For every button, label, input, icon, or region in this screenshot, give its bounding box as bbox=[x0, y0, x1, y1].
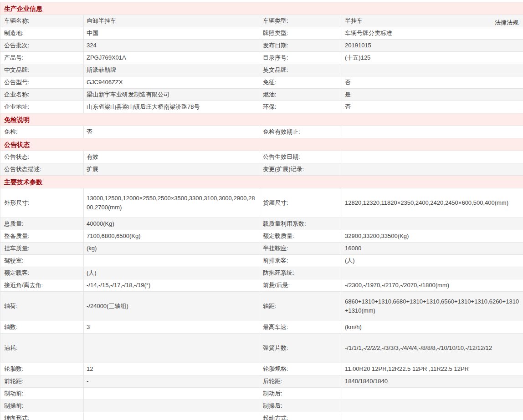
field-value bbox=[342, 64, 523, 76]
field-value: 32900,33200,33500(Kg) bbox=[342, 230, 523, 243]
field-label: 目录序号: bbox=[259, 52, 342, 64]
field-label: 弹簧片数: bbox=[259, 334, 342, 363]
field-label: 发布日期: bbox=[259, 40, 342, 52]
field-value: -/24000(三轴组) bbox=[84, 292, 259, 321]
field-label: 轮胎规格: bbox=[259, 363, 342, 375]
field-label: 制操后: bbox=[259, 400, 342, 412]
field-label: 前轮距: bbox=[0, 375, 84, 388]
field-label: 公告型号: bbox=[0, 76, 84, 89]
field-label: 公告生效日期: bbox=[259, 151, 342, 163]
section-header-row: 免检说明 bbox=[0, 113, 523, 126]
field-label: 油耗: bbox=[0, 334, 84, 363]
field-value: (人) bbox=[342, 255, 523, 267]
field-value: 中国 bbox=[84, 27, 259, 40]
field-value bbox=[342, 400, 523, 412]
table-row: 免检:否免检有效期止: bbox=[0, 126, 523, 138]
field-value: 3 bbox=[84, 321, 259, 334]
table-row: 轴荷:-/24000(三轴组)轴距:6860+1310+1310,6680+13… bbox=[0, 292, 523, 321]
field-label: 整备质量: bbox=[0, 230, 84, 243]
field-value: -/2300,-/1970,-/2170,-/2070,-/1800(mm) bbox=[342, 279, 523, 292]
field-value bbox=[342, 151, 523, 163]
field-label: 免检有效期止: bbox=[259, 126, 342, 138]
field-label: 制动后: bbox=[259, 388, 342, 400]
field-value: 是 bbox=[342, 89, 523, 101]
field-value: (十五)125 bbox=[342, 52, 523, 64]
field-value: 13000,12500,12000×2550,2500×3500,3300,31… bbox=[84, 188, 259, 218]
field-value: 有效 bbox=[84, 151, 259, 163]
field-label: 轮胎数: bbox=[0, 363, 84, 375]
field-label: 免检: bbox=[0, 126, 84, 138]
field-label: 车辆类型: bbox=[259, 15, 342, 27]
table-row: 总质量:40000(Kg)载质量利用系数: bbox=[0, 218, 523, 230]
field-value: 斯派菲勒牌 bbox=[84, 64, 259, 76]
field-label: 公告状态: bbox=[0, 151, 84, 163]
field-value bbox=[342, 126, 523, 138]
table-row: 企业地址:山东省梁山县梁山镇后庄大桥南梁济路78号环保:否 bbox=[0, 101, 523, 113]
table-row: 轮胎数:12轮胎规格:11.00R20 12PR,12R22.5 12PR ,1… bbox=[0, 363, 523, 375]
table-row: 公告型号:GJC9406ZZX免征:否 bbox=[0, 76, 523, 89]
field-value bbox=[342, 388, 523, 400]
section-header-row: 主要技术参数 bbox=[0, 176, 523, 188]
field-value: 20191015 bbox=[342, 40, 523, 52]
field-label: 额定载质量: bbox=[259, 230, 342, 243]
field-label: 转向形式: bbox=[0, 412, 84, 420]
field-label: 防抱死系统: bbox=[259, 267, 342, 279]
table-row: 车辆名称:自卸半挂车车辆类型:半挂车 bbox=[0, 15, 523, 27]
field-value bbox=[84, 255, 259, 267]
field-label: 燃油: bbox=[259, 89, 342, 101]
field-value: 梁山新宇车业研发制造有限公司 bbox=[84, 89, 259, 101]
field-value bbox=[84, 400, 259, 412]
field-label: 制操前: bbox=[0, 400, 84, 412]
field-value: 否 bbox=[342, 76, 523, 89]
field-value: 16000 bbox=[342, 243, 523, 255]
field-label: 企业地址: bbox=[0, 101, 84, 113]
law-regulations-link[interactable]: 法律法规 bbox=[495, 19, 518, 27]
field-value: -/1/1/1,-/2/2/2,-/3/3/3,-/4/4/4,-/8/8/8,… bbox=[342, 334, 523, 363]
field-label: 额定载客: bbox=[0, 267, 84, 279]
table-row: 轴数:3最高车速:(km/h) bbox=[0, 321, 523, 334]
section-header-row: 生产企业信息 bbox=[0, 2, 523, 15]
field-label: 轴距: bbox=[259, 292, 342, 321]
field-value: - bbox=[84, 375, 259, 388]
field-label: 产品号: bbox=[0, 52, 84, 64]
field-value bbox=[84, 388, 259, 400]
field-value: 12820,12320,11820×2350,2400,2420,2450×60… bbox=[342, 188, 523, 218]
field-value bbox=[342, 412, 523, 420]
field-label: 环保: bbox=[259, 101, 342, 113]
field-value bbox=[342, 267, 523, 279]
table-row: 制动前:制动后: bbox=[0, 388, 523, 400]
field-value: 6860+1310+1310,6680+1310+1310,6560+1310+… bbox=[342, 292, 523, 321]
field-value: 山东省梁山县梁山镇后庄大桥南梁济路78号 bbox=[84, 101, 259, 113]
field-value: 11.00R20 12PR,12R22.5 12PR ,11R22.5 12PR bbox=[342, 363, 523, 375]
field-label: 最高车速: bbox=[259, 321, 342, 334]
field-label: 中文品牌: bbox=[0, 64, 84, 76]
field-label: 公告状态描述: bbox=[0, 163, 84, 176]
field-label: 半挂鞍座: bbox=[259, 243, 342, 255]
vehicle-spec-table: 生产企业信息车辆名称:自卸半挂车车辆类型:半挂车制造地:中国牌照类型:车辆号牌分… bbox=[0, 2, 523, 420]
section-header-row: 公告状态 bbox=[0, 138, 523, 151]
table-row: 制造地:中国牌照类型:车辆号牌分类标准 bbox=[0, 27, 523, 40]
table-row: 驾驶室:前排乘客:(人) bbox=[0, 255, 523, 267]
section-title: 公告状态 bbox=[0, 138, 523, 151]
field-value: 扩展 bbox=[84, 163, 259, 176]
table-row: 企业名称:梁山新宇车业研发制造有限公司燃油:是 bbox=[0, 89, 523, 101]
field-value bbox=[84, 412, 259, 420]
field-value bbox=[84, 334, 259, 363]
field-value: (人) bbox=[84, 267, 259, 279]
field-label: 前排乘客: bbox=[259, 255, 342, 267]
field-label: 货厢尺寸: bbox=[259, 188, 342, 218]
table-row: 公告批次:324发布日期:20191015 bbox=[0, 40, 523, 52]
field-label: 公告批次: bbox=[0, 40, 84, 52]
field-value: 7100,6800,6500(Kg) bbox=[84, 230, 259, 243]
field-value: -/14,-/15,-/17,-/18,-/19(°) bbox=[84, 279, 259, 292]
field-value: 40000(Kg) bbox=[84, 218, 259, 230]
field-value: ZPGJ769X01A bbox=[84, 52, 259, 64]
field-label: 载质量利用系数: bbox=[259, 218, 342, 230]
table-row: 整备质量:7100,6800,6500(Kg)额定载质量:32900,33200… bbox=[0, 230, 523, 243]
field-label: 牌照类型: bbox=[259, 27, 342, 40]
field-label: 企业名称: bbox=[0, 89, 84, 101]
field-label: 驾驶室: bbox=[0, 255, 84, 267]
table-row: 外形尺寸:13000,12500,12000×2550,2500×3500,33… bbox=[0, 188, 523, 218]
field-value: 否 bbox=[342, 101, 523, 113]
vehicle-spec-page: 生产企业信息车辆名称:自卸半挂车车辆类型:半挂车制造地:中国牌照类型:车辆号牌分… bbox=[0, 0, 523, 420]
